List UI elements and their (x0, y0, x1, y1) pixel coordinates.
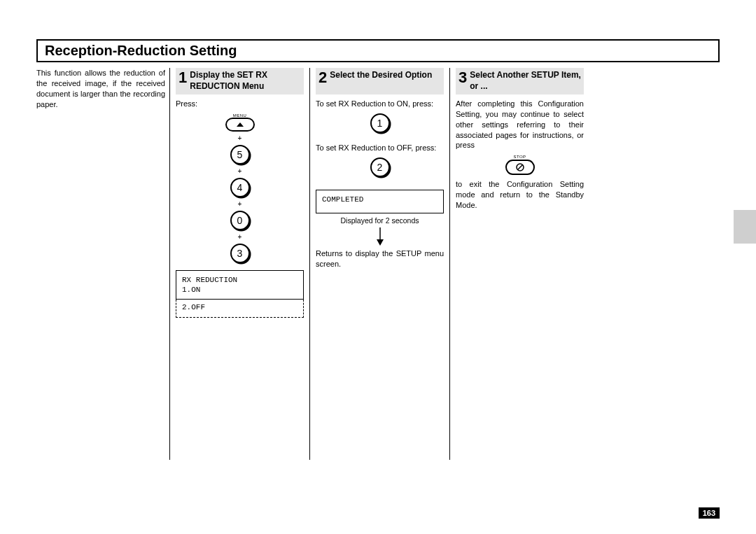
step-2-header: 2 Select the Desired Option (316, 68, 444, 94)
arrow-down-icon (316, 227, 444, 246)
lcd-line-2: 1.ON (182, 285, 298, 295)
lcd-line-1: RX REDUCTION (182, 275, 298, 285)
plus-icon: + (238, 134, 242, 142)
numkey-1: 1 (370, 113, 390, 133)
return-text: Returns to display the SETUP menu screen… (316, 248, 444, 269)
stop-key-icon (505, 160, 535, 175)
lcd-completed-text: COMPLETED (322, 195, 438, 204)
svg-line-4 (517, 165, 522, 170)
menu-key-icon (225, 118, 255, 132)
plus-icon: + (238, 200, 242, 208)
numkey-4: 4 (230, 178, 250, 197)
content-columns: This function allows the reduction of th… (36, 68, 720, 460)
menu-key-label: MENU (225, 113, 255, 118)
menu-key: MENU (225, 113, 255, 132)
numkey-2: 2 (370, 157, 390, 177)
step-3-text-2: to exit the Configuration Setting mode a… (456, 179, 584, 211)
step-3-column: 3 Select Another SETUP Item, or ... Afte… (449, 68, 589, 460)
displayed-caption: Displayed for 2 seconds (316, 216, 444, 225)
press-label: Press: (176, 99, 304, 109)
stop-key: STOP (456, 155, 584, 175)
svg-marker-2 (377, 239, 384, 246)
step-3-number: 3 (458, 70, 467, 85)
step-2-column: 2 Select the Desired Option To set RX Re… (309, 68, 449, 460)
step-1-title: Display the SET RX REDUCTION Menu (190, 70, 301, 92)
step-3-header: 3 Select Another SETUP Item, or ... (456, 68, 584, 94)
page-number: 163 (699, 507, 720, 519)
step-1-header: 1 Display the SET RX REDUCTION Menu (176, 68, 304, 94)
side-tab (734, 210, 756, 244)
plus-icon: + (238, 167, 242, 175)
step-2-number: 2 (318, 70, 327, 85)
keypad-sequence: MENU + 5 + 4 + 0 + 3 (176, 113, 304, 263)
set-on-text: To set RX Reduction to ON, press: (316, 99, 444, 109)
numkey-0: 0 (230, 211, 250, 230)
numkey-5: 5 (230, 145, 250, 164)
lcd-display: RX REDUCTION 1.ON (176, 270, 304, 300)
intro-column: This function allows the reduction of th… (36, 68, 169, 460)
svg-marker-0 (237, 122, 244, 127)
step-1-column: 1 Display the SET RX REDUCTION Menu Pres… (169, 68, 309, 460)
lcd-completed: COMPLETED (316, 190, 444, 213)
step-3-text-1: After completing this Configuration Sett… (456, 99, 584, 150)
step-3-title: Select Another SETUP Item, or ... (470, 70, 581, 92)
page-title: Reception-Reduction Setting (36, 39, 720, 62)
step-1-number: 1 (178, 70, 187, 85)
plus-icon: + (238, 233, 242, 241)
lcd-line-3: 2.OFF (182, 302, 298, 312)
step-2-title: Select the Desired Option (330, 70, 432, 81)
stop-key-label: STOP (513, 155, 526, 159)
intro-text: This function allows the reduction of th… (36, 68, 165, 109)
set-off-text: To set RX Reduction to OFF, press: (316, 143, 444, 153)
numkey-3: 3 (230, 244, 250, 263)
lcd-display-extra: 2.OFF (176, 300, 304, 317)
